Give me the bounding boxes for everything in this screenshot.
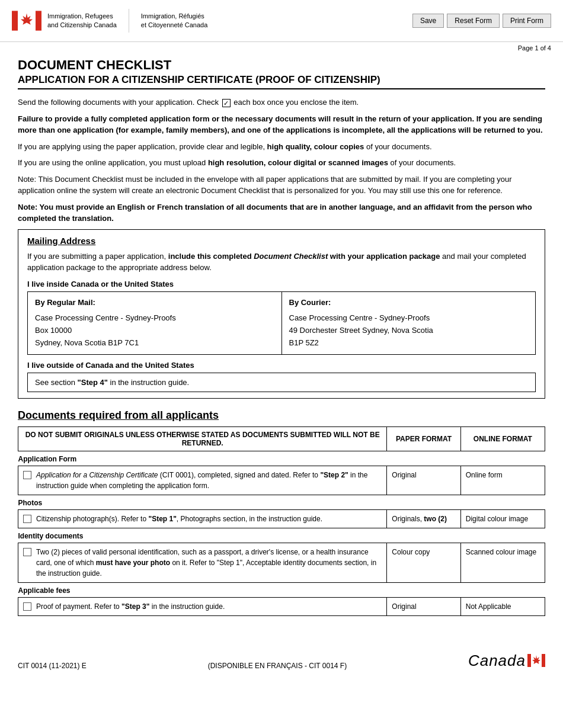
reset-form-button[interactable]: Reset Form	[447, 14, 500, 28]
warning-text: Failure to provide a fully completed app…	[18, 113, 545, 136]
org-name-fr: Immigration, Réfugiés et Citoyenneté Can…	[141, 12, 208, 30]
svg-rect-1	[36, 11, 41, 30]
identity-checkbox[interactable]	[23, 548, 31, 556]
fees-description: Proof of payment. Refer to "Step 3" in t…	[18, 597, 387, 615]
org-name-en: Immigration, Refugees and Citizenship Ca…	[47, 12, 117, 30]
fees-checkbox[interactable]	[23, 602, 31, 611]
french-availability: (DISPONIBLE EN FRANÇAIS - CIT 0014 F)	[208, 662, 347, 670]
document-title-line1: DOCUMENT CHECKLIST	[18, 57, 545, 73]
documents-table: DO NOT SUBMIT ORIGINALS UNLESS OTHERWISE…	[18, 426, 545, 616]
note1: Note: This Document Checklist must be in…	[18, 174, 545, 197]
photos-paper: Originals, two (2)	[387, 509, 460, 528]
print-form-button[interactable]: Print Form	[503, 14, 551, 28]
header-divider	[129, 9, 129, 33]
mailing-table: By Regular Mail: Case Processing Centre …	[27, 291, 536, 355]
page-header: Immigration, Refugees and Citizenship Ca…	[0, 0, 563, 42]
form-number: CIT 0014 (11-2021) E	[18, 662, 87, 670]
application-form-checkbox[interactable]	[23, 471, 31, 479]
table-row: Application for a Citizenship Certificat…	[18, 466, 545, 495]
regular-mail-cell: By Regular Mail: Case Processing Centre …	[28, 291, 282, 354]
outside-canada-box: See section "Step 4" in the instruction …	[27, 373, 536, 392]
mailing-intro-text: If you are submitting a paper applicatio…	[27, 251, 536, 274]
check-symbol: ✓	[222, 99, 231, 107]
identity-description: Two (2) pieces of valid personal identif…	[18, 543, 387, 582]
svg-rect-5	[542, 654, 545, 667]
header-buttons: Save Reset Form Print Form	[412, 14, 551, 28]
online-note: If you are using the online application,…	[18, 157, 545, 169]
application-form-paper: Original	[387, 466, 460, 495]
courier-cell: By Courier: Case Processing Centre - Syd…	[282, 291, 536, 354]
table-header-col1: DO NOT SUBMIT ORIGINALS UNLESS OTHERWISE…	[18, 426, 387, 451]
fees-online: Not Applicable	[460, 597, 545, 615]
photos-description: Citizenship photograph(s). Refer to "Ste…	[18, 509, 387, 528]
photos-online: Digital colour image	[460, 509, 545, 528]
subsection-label-application-form: Application Form	[18, 451, 545, 466]
identity-online: Scanned colour image	[460, 543, 545, 582]
application-form-online: Online form	[460, 466, 545, 495]
identity-paper: Colour copy	[387, 543, 460, 582]
table-row: Citizenship photograph(s). Refer to "Ste…	[18, 509, 545, 528]
table-row: Proof of payment. Refer to "Step 3" in t…	[18, 597, 545, 615]
canada-wordmark: Canada	[468, 652, 526, 670]
logo-area: Immigration, Refugees and Citizenship Ca…	[12, 6, 401, 36]
mailing-address-section: Mailing Address If you are submitting a …	[18, 229, 545, 399]
note2: Note: You must provide an English or Fre…	[18, 201, 545, 225]
fees-paper: Original	[387, 597, 460, 615]
paper-note: If you are applying using the paper appl…	[18, 141, 545, 153]
documents-required-title: Documents required from all applicants	[18, 409, 545, 422]
canada-wordmark-area: Canada	[468, 652, 545, 670]
svg-rect-0	[12, 11, 18, 30]
canada-flag-icon	[12, 6, 41, 36]
main-content: DOCUMENT CHECKLIST APPLICATION FOR A CIT…	[0, 52, 563, 634]
canada-flag-small-icon	[527, 654, 545, 667]
photos-checkbox[interactable]	[23, 515, 31, 523]
save-button[interactable]: Save	[412, 14, 444, 28]
subsection-label-fees: Applicable fees	[18, 582, 545, 597]
subsection-label-photos: Photos	[18, 495, 545, 509]
table-header-col3: ONLINE FORMAT	[460, 426, 545, 451]
page-footer: CIT 0014 (11-2021) E (DISPONIBLE EN FRAN…	[0, 646, 563, 676]
mailing-address-title: Mailing Address	[27, 236, 536, 246]
intro-send-text: Send the following documents with your a…	[18, 97, 545, 108]
inside-canada-title: I live inside Canada or the United State…	[27, 280, 536, 288]
svg-rect-4	[527, 654, 531, 667]
table-header-col2: PAPER FORMAT	[387, 426, 460, 451]
subsection-label-identity: Identity documents	[18, 528, 545, 543]
table-row: Two (2) pieces of valid personal identif…	[18, 543, 545, 582]
page-number: Page 1 of 4	[0, 42, 563, 52]
document-title-line2: APPLICATION FOR A CITIZENSHIP CERTIFICAT…	[18, 74, 545, 89]
outside-canada-title: I live outside of Canada and the United …	[27, 361, 536, 370]
application-form-description: Application for a Citizenship Certificat…	[18, 466, 387, 495]
